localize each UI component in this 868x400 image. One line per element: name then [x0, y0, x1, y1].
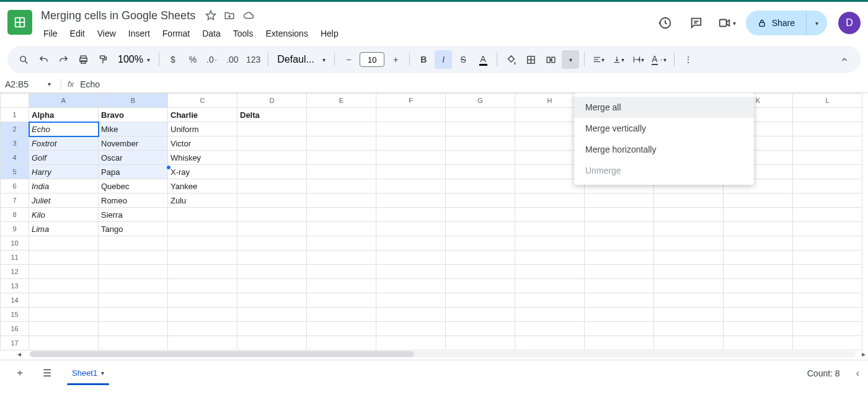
cell-F17[interactable]	[376, 336, 446, 350]
menu-extensions[interactable]: Extensions	[260, 26, 312, 41]
cell-H12[interactable]	[515, 265, 585, 279]
cell-H15[interactable]	[515, 308, 585, 322]
cell-K8[interactable]	[724, 208, 793, 222]
cell-F7[interactable]	[376, 193, 446, 208]
spreadsheet-grid[interactable]: ABCDEFGHIJKL1AlphaBravoCharlieDelta2Echo…	[0, 93, 868, 360]
cell-J15[interactable]	[654, 308, 724, 322]
cell-E11[interactable]	[307, 251, 376, 265]
cell-B1[interactable]: Bravo	[99, 108, 168, 122]
cell-E16[interactable]	[307, 322, 376, 336]
cell-G15[interactable]	[446, 308, 515, 322]
cell-H10[interactable]	[515, 236, 585, 251]
cell-K7[interactable]	[724, 193, 793, 208]
cell-K15[interactable]	[724, 308, 793, 322]
text-rotation-button[interactable]: A→▾	[649, 50, 668, 69]
menu-insert[interactable]: Insert	[123, 26, 155, 41]
row-header-3[interactable]: 3	[1, 136, 29, 151]
more-formats-button[interactable]: 123	[244, 50, 263, 69]
cell-D10[interactable]	[237, 236, 307, 251]
move-icon[interactable]	[224, 10, 235, 21]
merge-vertically-item[interactable]: Merge vertically	[574, 118, 754, 139]
row-header-12[interactable]: 12	[1, 265, 29, 279]
cell-E15[interactable]	[307, 308, 376, 322]
col-header-E[interactable]: E	[307, 94, 376, 108]
all-sheets-button[interactable]: ☰	[36, 362, 58, 384]
cell-L15[interactable]	[793, 308, 862, 322]
cell-A15[interactable]	[29, 308, 99, 322]
cell-K10[interactable]	[724, 236, 793, 251]
collapse-toolbar-button[interactable]	[836, 50, 853, 69]
redo-button[interactable]	[55, 50, 72, 69]
cell-E10[interactable]	[307, 236, 376, 251]
italic-button[interactable]: I	[435, 50, 452, 69]
row-header-14[interactable]: 14	[1, 293, 29, 308]
cell-K17[interactable]	[724, 336, 793, 350]
cell-K16[interactable]	[724, 322, 793, 336]
cell-H11[interactable]	[515, 251, 585, 265]
cell-A16[interactable]	[29, 322, 99, 336]
cell-B17[interactable]	[99, 336, 168, 350]
row-header-1[interactable]: 1	[1, 108, 29, 122]
cell-F14[interactable]	[376, 293, 446, 308]
share-button[interactable]: Share	[746, 11, 806, 35]
print-button[interactable]	[74, 50, 92, 69]
cell-F1[interactable]	[376, 108, 446, 122]
cell-G14[interactable]	[446, 293, 515, 308]
selection-handle[interactable]	[167, 166, 170, 169]
share-dropdown[interactable]: ▾	[806, 11, 827, 35]
cell-G12[interactable]	[446, 265, 515, 279]
cell-K13[interactable]	[724, 279, 793, 293]
cell-J9[interactable]	[654, 222, 724, 236]
cell-D16[interactable]	[237, 322, 307, 336]
cell-A5[interactable]: Harry	[29, 165, 99, 179]
name-box[interactable]: A2:B5▾	[5, 79, 55, 89]
col-header-B[interactable]: B	[99, 94, 168, 108]
cell-C4[interactable]: Whiskey	[168, 151, 237, 165]
vertical-align-button[interactable]: ▾	[609, 50, 627, 69]
cell-K11[interactable]	[724, 251, 793, 265]
cell-B16[interactable]	[99, 322, 168, 336]
comments-icon[interactable]	[684, 11, 709, 35]
formula-bar-input[interactable]: Echo	[80, 79, 100, 89]
cell-K12[interactable]	[724, 265, 793, 279]
borders-button[interactable]	[522, 50, 539, 69]
increase-decimal-button[interactable]: .00	[224, 50, 241, 69]
cell-G2[interactable]	[446, 122, 515, 136]
cell-B11[interactable]	[99, 251, 168, 265]
cell-H13[interactable]	[515, 279, 585, 293]
cell-H17[interactable]	[515, 336, 585, 350]
cell-E17[interactable]	[307, 336, 376, 350]
cell-E13[interactable]	[307, 279, 376, 293]
corner-cell[interactable]	[1, 94, 29, 108]
cell-G6[interactable]	[446, 179, 515, 193]
cell-F4[interactable]	[376, 151, 446, 165]
cell-B8[interactable]: Sierra	[99, 208, 168, 222]
cell-L5[interactable]	[793, 165, 862, 179]
cell-F9[interactable]	[376, 222, 446, 236]
cell-H7[interactable]	[515, 193, 585, 208]
cell-D12[interactable]	[237, 265, 307, 279]
strikethrough-button[interactable]: S	[454, 50, 472, 69]
paint-format-button[interactable]	[94, 50, 112, 69]
cell-B10[interactable]	[99, 236, 168, 251]
menu-help[interactable]: Help	[316, 26, 343, 41]
cell-J17[interactable]	[654, 336, 724, 350]
cell-H14[interactable]	[515, 293, 585, 308]
cell-C10[interactable]	[168, 236, 237, 251]
cell-L1[interactable]	[793, 108, 862, 122]
horizontal-align-button[interactable]: ▾	[590, 50, 607, 69]
cell-H9[interactable]	[515, 222, 585, 236]
cell-I16[interactable]	[585, 322, 654, 336]
cell-E7[interactable]	[307, 193, 376, 208]
cell-E12[interactable]	[307, 265, 376, 279]
cell-D3[interactable]	[237, 136, 307, 151]
cell-B6[interactable]: Quebec	[99, 179, 168, 193]
cell-G1[interactable]	[446, 108, 515, 122]
col-header-G[interactable]: G	[446, 94, 515, 108]
cell-E5[interactable]	[307, 165, 376, 179]
cell-G11[interactable]	[446, 251, 515, 265]
cell-F3[interactable]	[376, 136, 446, 151]
cell-E3[interactable]	[307, 136, 376, 151]
cell-E1[interactable]	[307, 108, 376, 122]
cell-D15[interactable]	[237, 308, 307, 322]
